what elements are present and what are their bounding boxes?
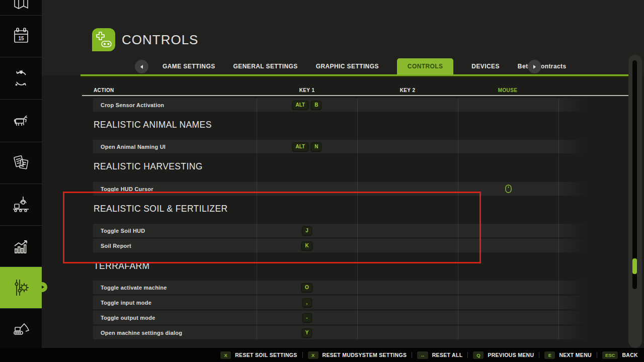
column-header-mouse: MOUSE (482, 87, 533, 93)
footer-divider (302, 352, 303, 358)
key-badge-q: Q (473, 351, 484, 359)
tab-bar: GAME SETTINGS GENERAL SETTINGS GRAPHIC S… (163, 58, 567, 74)
left-right-arrows-icon: ↔ (417, 351, 428, 359)
tab-controls[interactable]: CONTROLS (397, 58, 454, 74)
sidebar-item-map[interactable] (0, 0, 42, 15)
footer-reset-soil-settings[interactable]: X RESET SOIL SETTINGS (220, 351, 297, 359)
footer-previous-menu[interactable]: Q PREVIOUS MENU (473, 351, 534, 359)
footer-back[interactable]: ESC BACK (602, 351, 638, 359)
arrow-right-icon (533, 65, 536, 69)
footer-reset-all[interactable]: ↔ RESET ALL (417, 351, 462, 359)
tab-underline-shadow (80, 76, 636, 77)
key-badge: ALT (292, 142, 309, 151)
tab-game-settings[interactable]: GAME SETTINGS (163, 63, 215, 70)
footer-label: RESET MUDSYSTEM SETTINGS (323, 352, 407, 358)
tab-bettercontracts[interactable]: BetterContracts (518, 63, 567, 70)
footer-label: RESET SOIL SETTINGS (235, 352, 297, 358)
map-icon (12, 0, 31, 14)
tab-general-settings[interactable]: GENERAL SETTINGS (233, 63, 298, 70)
footer-divider (412, 352, 412, 358)
sidebar-item-animals[interactable] (0, 100, 42, 142)
sidebar-item-calendar[interactable]: 15 (0, 16, 42, 57)
active-tab-notch (37, 282, 47, 292)
row-label: Open Animal Naming UI (101, 140, 166, 153)
tab-graphic-settings[interactable]: GRAPHIC SETTINGS (316, 63, 379, 70)
row-label: Toggle activate machine (101, 281, 167, 294)
key1-cell: Y (257, 326, 357, 339)
calendar-icon: 15 (11, 26, 31, 46)
binding-row-open-animal-naming-ui[interactable]: Open Animal Naming UI ALT N (93, 140, 587, 153)
footer-label: NEXT MENU (559, 352, 592, 358)
controls-settings-screen: 15 (0, 0, 644, 362)
row-label: Crop Sensor Activation (101, 98, 164, 112)
crop-rotation-icon (11, 68, 31, 88)
section-title-realistic-harvesting: REALISTIC HARVESTING (94, 161, 203, 172)
section-title-realistic-animal-names: REALISTIC ANIMAL NAMES (94, 120, 212, 130)
sidebar: 15 (0, 0, 42, 348)
footer-label: RESET ALL (432, 352, 463, 358)
footer-bar: X RESET SOIL SETTINGS X RESET MUDSYSTEM … (0, 348, 644, 362)
footer-label: BACK (622, 352, 638, 358)
tabs-next-button[interactable] (528, 60, 541, 73)
key1-cell: - (257, 311, 357, 324)
column-header-action: ACTION (94, 87, 114, 93)
sidebar-item-statistics[interactable] (0, 226, 42, 266)
column-header-key2: KEY 2 (382, 87, 433, 93)
sidebar-item-contracts[interactable] (0, 142, 42, 184)
arrow-left-icon (140, 65, 143, 69)
scrollbar-track[interactable] (632, 60, 637, 289)
key-badge: N (311, 142, 321, 151)
footer-next-menu[interactable]: E NEXT MENU (544, 351, 592, 359)
calendar-day-label: 15 (18, 36, 24, 41)
binding-row-open-machine-settings-dialog[interactable]: Open machine settings dialog Y (93, 326, 587, 339)
key-badge-x: X (220, 351, 231, 359)
annotation-highlight-rectangle (63, 192, 481, 263)
footer-divider (539, 352, 539, 358)
key-badge-esc: ESC (602, 351, 618, 359)
key-badge: B (311, 101, 321, 110)
production-icon (11, 194, 32, 215)
page-title: CONTROLS (122, 32, 198, 48)
sidebar-item-settings[interactable] (0, 267, 42, 308)
key-badge: , (302, 298, 312, 307)
mouse-icon (505, 185, 512, 193)
sidebar-item-construction[interactable] (0, 309, 42, 347)
scrollbar-thumb[interactable] (632, 258, 637, 274)
contracts-icon (11, 152, 32, 173)
key1-cell: O (257, 281, 357, 294)
binding-row-toggle-output-mode[interactable]: Toggle output mode - (93, 311, 587, 324)
key-badge: - (302, 313, 312, 322)
table-header-divider (82, 95, 635, 96)
sidebar-item-crop-rotation[interactable] (0, 57, 42, 99)
row-label: Toggle input mode (101, 296, 151, 309)
footer-divider (597, 352, 597, 358)
construction-icon (11, 318, 32, 339)
column-header-key1: KEY 1 (282, 87, 332, 93)
key-badge-e: E (544, 351, 555, 359)
footer-label: PREVIOUS MENU (488, 352, 534, 358)
key1-cell: , (257, 296, 357, 309)
key1-cell: ALT N (257, 140, 357, 153)
column-divider (558, 99, 559, 339)
key-badge-x: X (308, 351, 318, 359)
tabs-prev-button[interactable] (135, 60, 148, 73)
binding-row-toggle-input-mode[interactable]: Toggle input mode , (93, 296, 587, 309)
controls-gamepad-icon (92, 28, 115, 51)
row-label: Toggle output mode (101, 311, 155, 324)
animals-icon (11, 110, 32, 131)
key-badge: ALT (292, 101, 309, 110)
binding-row-toggle-activate-machine[interactable]: Toggle activate machine O (93, 281, 587, 294)
sidebar-item-production[interactable] (0, 184, 42, 225)
statistics-icon (11, 236, 32, 257)
key1-cell: ALT B (257, 98, 357, 112)
key-badge: O (301, 283, 312, 292)
settings-icon (10, 277, 32, 299)
footer-divider (467, 352, 468, 358)
row-label: Open machine settings dialog (101, 326, 182, 339)
tab-devices[interactable]: DEVICES (471, 63, 499, 70)
footer-reset-mudsystem-settings[interactable]: X RESET MUDSYSTEM SETTINGS (308, 351, 407, 359)
binding-row-crop-sensor-activation[interactable]: Crop Sensor Activation ALT B (93, 98, 587, 112)
key-badge: Y (302, 328, 312, 337)
